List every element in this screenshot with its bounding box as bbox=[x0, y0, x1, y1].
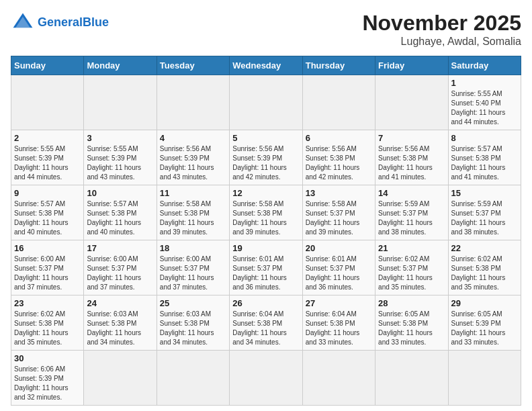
day-number: 13 bbox=[306, 188, 372, 198]
calendar-day-cell bbox=[11, 75, 84, 130]
page-header: GeneralBlue November 2025 Lughaye, Awdal… bbox=[11, 11, 521, 48]
day-number: 10 bbox=[87, 188, 153, 198]
calendar-day-cell: 13Sunrise: 5:58 AM Sunset: 5:37 PM Dayli… bbox=[302, 185, 375, 240]
calendar-day-cell bbox=[230, 351, 302, 406]
calendar-day-cell: 23Sunrise: 6:02 AM Sunset: 5:38 PM Dayli… bbox=[11, 295, 84, 351]
logo: GeneralBlue bbox=[11, 11, 109, 35]
title-block: November 2025 Lughaye, Awdal, Somalia bbox=[362, 11, 521, 48]
calendar-day-cell: 4Sunrise: 5:56 AM Sunset: 5:39 PM Daylig… bbox=[157, 130, 229, 185]
calendar-day-cell: 6Sunrise: 5:56 AM Sunset: 5:38 PM Daylig… bbox=[302, 130, 375, 185]
calendar-table: SundayMondayTuesdayWednesdayThursdayFrid… bbox=[11, 56, 521, 406]
day-info: Sunrise: 6:02 AM Sunset: 5:37 PM Dayligh… bbox=[378, 255, 445, 292]
day-info: Sunrise: 5:59 AM Sunset: 5:37 PM Dayligh… bbox=[451, 199, 518, 237]
day-of-week-header: Tuesday bbox=[157, 56, 229, 75]
calendar-day-cell: 5Sunrise: 5:56 AM Sunset: 5:39 PM Daylig… bbox=[230, 130, 302, 185]
day-info: Sunrise: 6:00 AM Sunset: 5:37 PM Dayligh… bbox=[87, 255, 153, 292]
day-info: Sunrise: 5:57 AM Sunset: 5:38 PM Dayligh… bbox=[451, 144, 518, 182]
day-info: Sunrise: 5:55 AM Sunset: 5:40 PM Dayligh… bbox=[451, 89, 518, 127]
day-number: 15 bbox=[451, 188, 518, 198]
day-info: Sunrise: 6:04 AM Sunset: 5:38 PM Dayligh… bbox=[232, 310, 299, 347]
calendar-day-cell: 24Sunrise: 6:03 AM Sunset: 5:38 PM Dayli… bbox=[84, 295, 157, 351]
calendar-day-cell bbox=[84, 351, 157, 406]
day-number: 14 bbox=[378, 188, 445, 198]
day-info: Sunrise: 6:05 AM Sunset: 5:38 PM Dayligh… bbox=[378, 310, 445, 347]
calendar-day-cell bbox=[84, 75, 157, 130]
day-number: 19 bbox=[232, 243, 299, 253]
day-info: Sunrise: 6:00 AM Sunset: 5:37 PM Dayligh… bbox=[14, 255, 81, 292]
day-number: 30 bbox=[14, 353, 81, 363]
calendar-day-cell bbox=[448, 351, 521, 406]
calendar-title: November 2025 bbox=[362, 11, 521, 36]
calendar-day-cell bbox=[157, 351, 229, 406]
day-of-week-header: Sunday bbox=[11, 56, 84, 75]
day-number: 22 bbox=[451, 243, 518, 253]
calendar-day-cell: 25Sunrise: 6:03 AM Sunset: 5:38 PM Dayli… bbox=[157, 295, 229, 351]
calendar-day-cell: 11Sunrise: 5:58 AM Sunset: 5:38 PM Dayli… bbox=[157, 185, 229, 240]
day-number: 16 bbox=[14, 243, 81, 253]
day-number: 5 bbox=[232, 133, 299, 143]
day-info: Sunrise: 5:55 AM Sunset: 5:39 PM Dayligh… bbox=[87, 144, 153, 182]
calendar-day-cell: 21Sunrise: 6:02 AM Sunset: 5:37 PM Dayli… bbox=[375, 240, 448, 295]
day-info: Sunrise: 5:58 AM Sunset: 5:38 PM Dayligh… bbox=[160, 199, 226, 237]
day-number: 29 bbox=[451, 298, 518, 308]
calendar-day-cell bbox=[375, 351, 448, 406]
calendar-day-cell bbox=[157, 75, 229, 130]
day-info: Sunrise: 5:59 AM Sunset: 5:37 PM Dayligh… bbox=[378, 199, 445, 237]
calendar-day-cell: 8Sunrise: 5:57 AM Sunset: 5:38 PM Daylig… bbox=[448, 130, 521, 185]
day-number: 11 bbox=[160, 188, 226, 198]
calendar-day-cell: 9Sunrise: 5:57 AM Sunset: 5:38 PM Daylig… bbox=[11, 185, 84, 240]
calendar-day-cell: 20Sunrise: 6:01 AM Sunset: 5:37 PM Dayli… bbox=[302, 240, 375, 295]
calendar-week-row: 23Sunrise: 6:02 AM Sunset: 5:38 PM Dayli… bbox=[11, 295, 521, 351]
logo-text: GeneralBlue bbox=[38, 16, 109, 30]
day-number: 1 bbox=[451, 78, 518, 88]
calendar-day-cell: 19Sunrise: 6:01 AM Sunset: 5:37 PM Dayli… bbox=[230, 240, 302, 295]
calendar-week-row: 9Sunrise: 5:57 AM Sunset: 5:38 PM Daylig… bbox=[11, 185, 521, 240]
day-of-week-header: Saturday bbox=[448, 56, 521, 75]
day-info: Sunrise: 6:01 AM Sunset: 5:37 PM Dayligh… bbox=[306, 255, 372, 292]
calendar-day-cell: 12Sunrise: 5:58 AM Sunset: 5:38 PM Dayli… bbox=[230, 185, 302, 240]
day-of-week-header: Wednesday bbox=[230, 56, 302, 75]
calendar-week-row: 2Sunrise: 5:55 AM Sunset: 5:39 PM Daylig… bbox=[11, 130, 521, 185]
day-number: 26 bbox=[232, 298, 299, 308]
day-info: Sunrise: 5:55 AM Sunset: 5:39 PM Dayligh… bbox=[14, 144, 81, 182]
day-info: Sunrise: 6:04 AM Sunset: 5:38 PM Dayligh… bbox=[306, 310, 372, 347]
calendar-day-cell bbox=[302, 75, 375, 130]
day-info: Sunrise: 6:03 AM Sunset: 5:38 PM Dayligh… bbox=[87, 310, 153, 347]
day-number: 2 bbox=[14, 133, 81, 143]
day-info: Sunrise: 6:01 AM Sunset: 5:37 PM Dayligh… bbox=[232, 255, 299, 292]
day-info: Sunrise: 5:58 AM Sunset: 5:37 PM Dayligh… bbox=[306, 199, 372, 237]
day-number: 18 bbox=[160, 243, 226, 253]
day-number: 8 bbox=[451, 133, 518, 143]
calendar-day-cell bbox=[230, 75, 302, 130]
calendar-header-row: SundayMondayTuesdayWednesdayThursdayFrid… bbox=[11, 56, 521, 75]
day-of-week-header: Monday bbox=[84, 56, 157, 75]
day-info: Sunrise: 6:03 AM Sunset: 5:38 PM Dayligh… bbox=[160, 310, 226, 347]
day-number: 6 bbox=[306, 133, 372, 143]
day-info: Sunrise: 6:02 AM Sunset: 5:38 PM Dayligh… bbox=[14, 310, 81, 347]
day-number: 21 bbox=[378, 243, 445, 253]
calendar-week-row: 1Sunrise: 5:55 AM Sunset: 5:40 PM Daylig… bbox=[11, 75, 521, 130]
calendar-day-cell: 14Sunrise: 5:59 AM Sunset: 5:37 PM Dayli… bbox=[375, 185, 448, 240]
calendar-day-cell: 2Sunrise: 5:55 AM Sunset: 5:39 PM Daylig… bbox=[11, 130, 84, 185]
calendar-day-cell: 28Sunrise: 6:05 AM Sunset: 5:38 PM Dayli… bbox=[375, 295, 448, 351]
calendar-day-cell: 27Sunrise: 6:04 AM Sunset: 5:38 PM Dayli… bbox=[302, 295, 375, 351]
calendar-subtitle: Lughaye, Awdal, Somalia bbox=[362, 36, 521, 48]
day-info: Sunrise: 5:58 AM Sunset: 5:38 PM Dayligh… bbox=[232, 199, 299, 237]
day-info: Sunrise: 5:56 AM Sunset: 5:38 PM Dayligh… bbox=[378, 144, 445, 182]
day-number: 24 bbox=[87, 298, 153, 308]
calendar-day-cell: 16Sunrise: 6:00 AM Sunset: 5:37 PM Dayli… bbox=[11, 240, 84, 295]
calendar-day-cell: 22Sunrise: 6:02 AM Sunset: 5:38 PM Dayli… bbox=[448, 240, 521, 295]
day-info: Sunrise: 5:57 AM Sunset: 5:38 PM Dayligh… bbox=[87, 199, 153, 237]
calendar-day-cell: 29Sunrise: 6:05 AM Sunset: 5:39 PM Dayli… bbox=[448, 295, 521, 351]
calendar-week-row: 16Sunrise: 6:00 AM Sunset: 5:37 PM Dayli… bbox=[11, 240, 521, 295]
logo-icon bbox=[11, 11, 35, 35]
day-info: Sunrise: 6:05 AM Sunset: 5:39 PM Dayligh… bbox=[451, 310, 518, 347]
day-number: 12 bbox=[232, 188, 299, 198]
day-number: 7 bbox=[378, 133, 445, 143]
day-info: Sunrise: 6:00 AM Sunset: 5:37 PM Dayligh… bbox=[160, 255, 226, 292]
day-info: Sunrise: 5:57 AM Sunset: 5:38 PM Dayligh… bbox=[14, 199, 81, 237]
calendar-day-cell: 15Sunrise: 5:59 AM Sunset: 5:37 PM Dayli… bbox=[448, 185, 521, 240]
day-number: 4 bbox=[160, 133, 226, 143]
calendar-day-cell: 10Sunrise: 5:57 AM Sunset: 5:38 PM Dayli… bbox=[84, 185, 157, 240]
calendar-day-cell: 17Sunrise: 6:00 AM Sunset: 5:37 PM Dayli… bbox=[84, 240, 157, 295]
